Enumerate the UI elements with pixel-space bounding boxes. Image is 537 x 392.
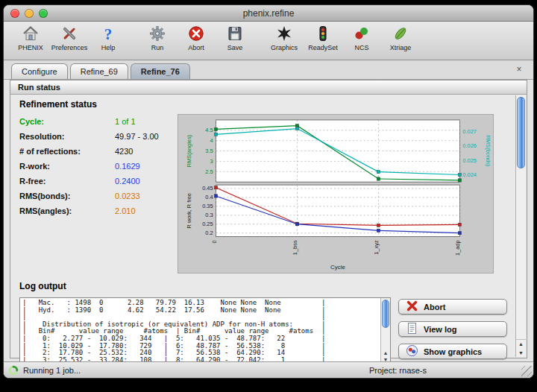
svg-text:4.5: 4.5 bbox=[205, 127, 213, 133]
run-status-body: Refinement status Cycle:1 of 1Resolution… bbox=[10, 95, 527, 358]
refinement-chart-panel: 2.533.544.50.0240.0250.0260.027RMS(angle… bbox=[178, 114, 494, 274]
run-icon bbox=[148, 24, 167, 43]
abort-button[interactable]: Abort bbox=[398, 299, 507, 314]
stat-label: RMS(angles): bbox=[19, 206, 97, 215]
tab-bar: ConfigureRefine_69Refine_76× bbox=[4, 60, 533, 80]
stat-label: # of reflections: bbox=[19, 147, 97, 156]
toolbar-label-ncs: NCS bbox=[354, 44, 368, 51]
tab-configure[interactable]: Configure bbox=[11, 63, 68, 79]
status-bar: Running 1 job... Project: rnase-s bbox=[4, 361, 533, 378]
svg-text:0.024: 0.024 bbox=[462, 171, 477, 178]
svg-text:0: 0 bbox=[211, 240, 218, 243]
stat-row: Resolution:49.97 - 3.00 bbox=[19, 132, 178, 141]
panel-vscroll-arrows[interactable]: ▲▼ bbox=[516, 339, 526, 357]
show-graphics-icon bbox=[406, 344, 418, 358]
svg-text:1_xyz: 1_xyz bbox=[373, 240, 380, 255]
view-log-label: View log bbox=[424, 325, 456, 334]
stat-value: 49.97 - 3.00 bbox=[97, 132, 178, 141]
stat-row: RMS(angles):2.010 bbox=[19, 206, 178, 215]
svg-text:0.026: 0.026 bbox=[462, 142, 477, 149]
project-label: Project: rnase-s bbox=[369, 366, 427, 375]
refinement-content-row: Cycle:1 of 1Resolution:49.97 - 3.00# of … bbox=[19, 114, 509, 274]
toolbar-button-preferences[interactable]: Preferences bbox=[50, 24, 89, 51]
show-graphics-button[interactable]: Show graphics bbox=[398, 344, 507, 359]
close-window-button[interactable] bbox=[10, 9, 19, 18]
ncs-icon bbox=[352, 24, 371, 43]
svg-text:0.027: 0.027 bbox=[462, 128, 477, 135]
titlebar: phenix.refine bbox=[4, 5, 533, 22]
svg-text:0.45: 0.45 bbox=[202, 185, 213, 192]
stat-label: RMS(bonds): bbox=[19, 192, 97, 200]
abort-icon bbox=[186, 24, 206, 43]
stat-label: Resolution: bbox=[19, 132, 97, 141]
toolbar-button-xtriage[interactable]: Xtriage bbox=[381, 24, 420, 51]
svg-text:1_bss: 1_bss bbox=[292, 240, 298, 255]
toolbar-button-graphics[interactable]: Graphics bbox=[265, 24, 304, 51]
stat-label: Cycle: bbox=[19, 117, 97, 126]
stat-label: R-work: bbox=[19, 162, 97, 171]
stat-value: 2.010 bbox=[97, 206, 178, 215]
close-tab-button[interactable]: × bbox=[514, 65, 524, 75]
svg-text:0.025: 0.025 bbox=[462, 157, 477, 164]
stat-row: R-work:0.1629 bbox=[19, 162, 178, 171]
traffic-lights bbox=[10, 9, 48, 18]
toolbar-button-save[interactable]: Save bbox=[216, 24, 254, 51]
toolbar-label-run: Run bbox=[151, 44, 164, 51]
svg-text:3: 3 bbox=[210, 158, 213, 165]
panel-vscroll-thumb[interactable] bbox=[517, 97, 525, 168]
svg-text:0.3: 0.3 bbox=[205, 212, 213, 218]
tab-refine_76[interactable]: Refine_76 bbox=[131, 63, 190, 79]
action-buttons: AbortView logShow graphics bbox=[391, 297, 509, 356]
show-graphics-label: Show graphics bbox=[424, 347, 482, 356]
panel-vertical-scrollbar[interactable]: ▲▼ bbox=[515, 95, 526, 357]
view-log-button[interactable]: View log bbox=[398, 321, 507, 337]
stat-row: RMS(bonds):0.0233 bbox=[19, 192, 178, 200]
tab-refine_69[interactable]: Refine_69 bbox=[70, 63, 128, 79]
view-log-icon bbox=[406, 322, 418, 336]
log-row: | Mac. : 1498 0 2.28 79.79 16.13 None No… bbox=[19, 297, 509, 356]
run-status-header: Run status bbox=[10, 80, 527, 95]
abort-icon bbox=[406, 300, 418, 314]
minimize-window-button[interactable] bbox=[25, 9, 34, 18]
toolbar-label-graphics: Graphics bbox=[271, 44, 298, 51]
toolbar-label-save: Save bbox=[227, 44, 243, 51]
toolbar-button-phenix[interactable]: PHENIX bbox=[11, 24, 50, 51]
run-status-panel: Run status Refinement status Cycle:1 of … bbox=[10, 80, 527, 358]
toolbar-label-abort: Abort bbox=[188, 44, 204, 51]
toolbar-button-run[interactable]: Run bbox=[138, 24, 177, 51]
stat-value: 1 of 1 bbox=[97, 117, 178, 126]
toolbar: PHENIXPreferences?HelpRunAbortSaveGraphi… bbox=[4, 22, 533, 60]
zoom-window-button[interactable] bbox=[39, 9, 48, 18]
stat-value: 0.1629 bbox=[97, 162, 178, 171]
log-output-heading: Log output bbox=[19, 281, 509, 291]
refinement-status-heading: Refinement status bbox=[19, 99, 509, 110]
main-area: Run status Refinement status Cycle:1 of … bbox=[4, 80, 533, 361]
progress-spinner-icon bbox=[8, 365, 19, 376]
stat-row: # of reflections:4230 bbox=[19, 147, 178, 156]
toolbar-label-phenix: PHENIX bbox=[18, 44, 43, 51]
toolbar-button-readyset[interactable]: ReadySet bbox=[304, 24, 342, 51]
svg-text:0.4: 0.4 bbox=[205, 194, 213, 200]
toolbar-button-ncs[interactable]: NCS bbox=[342, 24, 381, 51]
phenix-icon bbox=[21, 24, 40, 43]
svg-text:4: 4 bbox=[210, 137, 213, 144]
toolbar-button-abort[interactable]: Abort bbox=[177, 24, 216, 51]
log-vertical-scrollbar[interactable]: ▲▼ bbox=[380, 298, 390, 363]
help-icon: ? bbox=[98, 24, 118, 43]
xtriage-icon bbox=[391, 24, 410, 43]
log-vscroll-thumb[interactable] bbox=[382, 300, 389, 328]
svg-text:0.2: 0.2 bbox=[205, 230, 213, 236]
preferences-icon bbox=[60, 24, 79, 43]
toolbar-label-readyset: ReadySet bbox=[308, 44, 338, 51]
stat-row: R-free:0.2400 bbox=[19, 177, 178, 186]
stat-value: 0.2400 bbox=[97, 177, 178, 186]
toolbar-button-help[interactable]: ?Help bbox=[89, 24, 128, 51]
toolbar-label-xtriage: Xtriage bbox=[390, 44, 412, 51]
readyset-icon bbox=[313, 24, 333, 43]
abort-label: Abort bbox=[424, 303, 445, 312]
toolbar-label-help: Help bbox=[101, 44, 116, 51]
refinement-chart: 2.533.544.50.0240.0250.0260.027RMS(angle… bbox=[179, 116, 492, 272]
save-icon bbox=[225, 24, 245, 43]
resize-grip[interactable] bbox=[521, 366, 532, 376]
svg-text:0.35: 0.35 bbox=[202, 203, 213, 209]
